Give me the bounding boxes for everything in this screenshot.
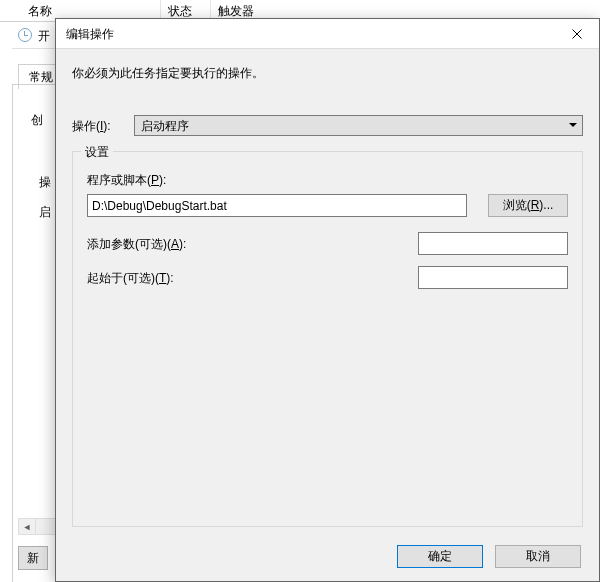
- settings-fieldset: 设置 程序或脚本(P): 浏览(R)... 添加参数(可选)(A): 起始于(可…: [72, 151, 583, 527]
- args-input[interactable]: [418, 232, 568, 255]
- args-label: 添加参数(可选)(A):: [87, 236, 186, 253]
- scroll-left-icon[interactable]: ◄: [19, 519, 36, 534]
- chevron-down-icon: [569, 123, 577, 127]
- close-icon: [572, 29, 582, 39]
- program-label: 程序或脚本(P):: [87, 172, 166, 189]
- settings-legend: 设置: [81, 144, 113, 161]
- action-combobox[interactable]: 启动程序: [134, 115, 583, 136]
- dialog-body: 你必须为此任务指定要执行的操作。 操作(I): 启动程序 设置 程序或脚本(P)…: [56, 49, 599, 537]
- startin-input[interactable]: [418, 266, 568, 289]
- dialog-title: 编辑操作: [66, 26, 114, 43]
- clock-icon: [18, 28, 32, 42]
- bg-label-create: 创: [31, 112, 43, 129]
- program-input[interactable]: [87, 194, 467, 217]
- bg-label-start: 启: [39, 204, 51, 221]
- action-label: 操作(I):: [72, 118, 111, 135]
- cancel-button[interactable]: 取消: [495, 545, 581, 568]
- action-combobox-value: 启动程序: [141, 118, 189, 135]
- browse-button[interactable]: 浏览(R)...: [488, 194, 568, 217]
- close-button[interactable]: [554, 19, 599, 48]
- bg-new-button[interactable]: 新: [18, 546, 48, 570]
- dialog-titlebar[interactable]: 编辑操作: [56, 19, 599, 49]
- ok-button[interactable]: 确定: [397, 545, 483, 568]
- bg-label-op: 操: [39, 174, 51, 191]
- instruction-text: 你必须为此任务指定要执行的操作。: [72, 65, 264, 82]
- dialog-footer: 确定 取消: [56, 537, 599, 581]
- bg-title-text: 开: [38, 28, 50, 45]
- column-name[interactable]: 名称: [28, 3, 52, 20]
- startin-label: 起始于(可选)(T):: [87, 270, 174, 287]
- edit-action-dialog: 编辑操作 你必须为此任务指定要执行的操作。 操作(I): 启动程序 设置 程序或…: [55, 18, 600, 582]
- action-row: 操作(I): 启动程序: [72, 115, 583, 137]
